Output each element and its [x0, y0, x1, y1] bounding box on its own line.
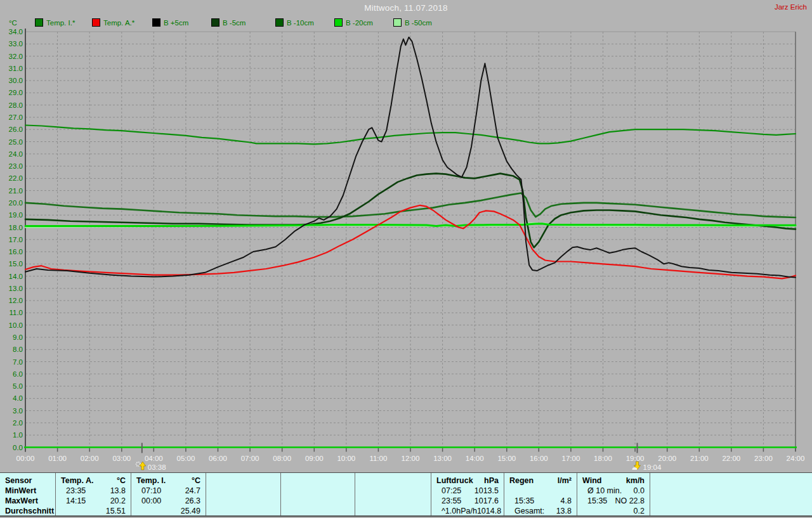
stats-cell-time: ^1.0hPa/h — [436, 506, 477, 516]
stats-cell-time — [286, 486, 291, 496]
stats-cell-value: 15.51 — [106, 506, 126, 516]
x-tick-label: 15:00 — [497, 455, 516, 462]
stats-column-name: Temp. I. — [136, 476, 166, 486]
stats-cell-time: Gesamt: — [509, 506, 544, 516]
stats-row-label: Durchschnitt — [5, 506, 54, 516]
y-tick-label: 26.0 — [9, 126, 23, 133]
stats-cell-time — [360, 506, 365, 516]
x-tick-label: 09:00 — [305, 455, 324, 462]
stats-column-name: Luftdruck — [436, 476, 473, 486]
stats-cell-value: 1013.5 — [475, 486, 499, 496]
stats-cell-time — [655, 496, 660, 506]
y-tick-label: 18.0 — [9, 224, 23, 231]
y-tick-label: 4.0 — [13, 394, 23, 402]
stats-cell-value: 1014.8 — [477, 506, 501, 516]
stats-column-luftdruck: LuftdruckhPa07:251013.523:551017.6^1.0hP… — [431, 473, 504, 515]
stats-cell-value: 13.8 — [110, 486, 126, 496]
y-tick-label: 22.0 — [9, 174, 23, 182]
stats-column-unit: hPa — [484, 476, 499, 486]
stats-cell-time — [61, 506, 66, 516]
stats-cell-value: NO 22.8 — [615, 496, 645, 506]
stats-column-unit: l/m² — [558, 476, 572, 486]
stats-cell-time: 14:15 — [61, 496, 86, 506]
stats-column-name: Wind — [582, 476, 601, 486]
sunrise-time-label: 03:38 — [148, 463, 166, 471]
stats-cell-time — [211, 486, 216, 496]
x-tick-label: 14:00 — [466, 455, 484, 462]
x-tick-label: 05:00 — [177, 455, 195, 462]
stats-column-empty-3 — [281, 473, 355, 515]
sunrise-arrow-icon — [140, 462, 146, 470]
x-tick-label: 24:00 — [787, 455, 805, 462]
stats-cell-time: 07:25 — [436, 486, 461, 496]
stats-column-empty-4 — [355, 473, 431, 515]
x-tick-label: 12:00 — [402, 455, 420, 462]
y-tick-label: 23.0 — [9, 162, 23, 170]
y-tick-label: 15.0 — [9, 260, 23, 268]
x-tick-label: 17:00 — [562, 455, 580, 462]
stats-row-label: Sensor — [5, 476, 32, 486]
y-tick-label: 24.0 — [9, 150, 23, 158]
x-tick-label: 02:00 — [81, 455, 99, 462]
y-tick-label: 27.0 — [9, 113, 23, 121]
stats-cell-time — [286, 506, 291, 516]
stats-cell-value: 13.8 — [556, 506, 572, 516]
stats-row-label: MinWert — [5, 486, 36, 496]
stats-column-temp-i-: Temp. I.°C07:1024.700:0026.325.49 — [131, 473, 206, 515]
x-tick-label: 00:00 — [16, 455, 35, 462]
y-tick-label: 16.0 — [9, 248, 23, 256]
y-tick-label: 0.0 — [13, 444, 23, 451]
x-tick-label: 13:00 — [433, 455, 452, 462]
stats-cell-time — [211, 506, 216, 516]
stats-column-name: Temp. A. — [61, 476, 93, 486]
series-b-20cm — [25, 224, 796, 226]
stats-cell-time — [655, 506, 660, 516]
stats-cell-value: 24.7 — [185, 486, 200, 496]
stats-cell-value: 25.49 — [181, 506, 200, 516]
stats-cell-time: 23:55 — [436, 496, 461, 506]
stats-cell-value: 4.8 — [561, 496, 572, 506]
stats-column-temp-a-: Temp. A.°C23:3513.814:1520.215.51 — [56, 473, 131, 515]
y-tick-label: 7.0 — [13, 358, 23, 366]
stats-cell-time: 00:00 — [136, 496, 161, 506]
x-tick-label: 04:00 — [145, 455, 163, 462]
stats-column-unit: °C — [192, 476, 200, 486]
y-tick-label: 30.0 — [9, 77, 23, 84]
y-tick-label: 1.0 — [13, 431, 23, 439]
x-tick-label: 07:00 — [241, 455, 259, 462]
y-tick-label: 32.0 — [9, 53, 23, 60]
y-tick-label: 2.0 — [13, 419, 23, 427]
y-tick-label: 8.0 — [13, 346, 23, 353]
stats-column-unit: °C — [117, 476, 126, 486]
y-tick-label: 29.0 — [9, 89, 23, 96]
y-tick-label: 33.0 — [9, 40, 23, 48]
y-tick-label: 25.0 — [9, 138, 23, 146]
y-tick-label: 21.0 — [9, 187, 23, 195]
y-tick-label: 13.0 — [9, 285, 23, 292]
y-tick-label: 12.0 — [9, 297, 23, 304]
stats-cell-time — [509, 486, 514, 496]
x-tick-label: 16:00 — [530, 455, 548, 462]
x-tick-label: 06:00 — [209, 455, 227, 462]
y-tick-label: 10.0 — [9, 321, 23, 329]
x-tick-label: 08:00 — [273, 455, 291, 462]
x-tick-label: 20:00 — [658, 455, 676, 462]
stats-cell-value: 1017.6 — [475, 496, 499, 506]
y-tick-label: 19.0 — [9, 211, 23, 219]
stats-cell-time: Ø 10 min. — [582, 486, 622, 496]
stats-cell-time — [286, 496, 291, 506]
stats-cell-time — [360, 496, 365, 506]
stats-cell-value: 20.2 — [110, 496, 126, 506]
weather-station-screen: Mittwoch, 11.07.2018 Jarz Erich °C Temp.… — [0, 0, 812, 518]
x-tick-label: 10:00 — [337, 455, 355, 462]
y-tick-label: 11.0 — [9, 309, 23, 316]
x-tick-label: 11:00 — [369, 455, 387, 462]
chart-canvas: 00:0001:0002:0003:0004:0005:0006:0007:00… — [0, 0, 812, 472]
stats-column-name: Regen — [509, 476, 534, 486]
y-tick-label: 14.0 — [9, 273, 23, 280]
stats-cell-value: 26.3 — [185, 496, 200, 506]
stats-row-label: MaxWert — [5, 496, 38, 506]
stats-column-unit: km/h — [626, 476, 645, 486]
stats-row-labels-column: SensorMinWertMaxWertDurchschnitt — [0, 473, 56, 515]
stats-cell-time — [655, 486, 660, 496]
